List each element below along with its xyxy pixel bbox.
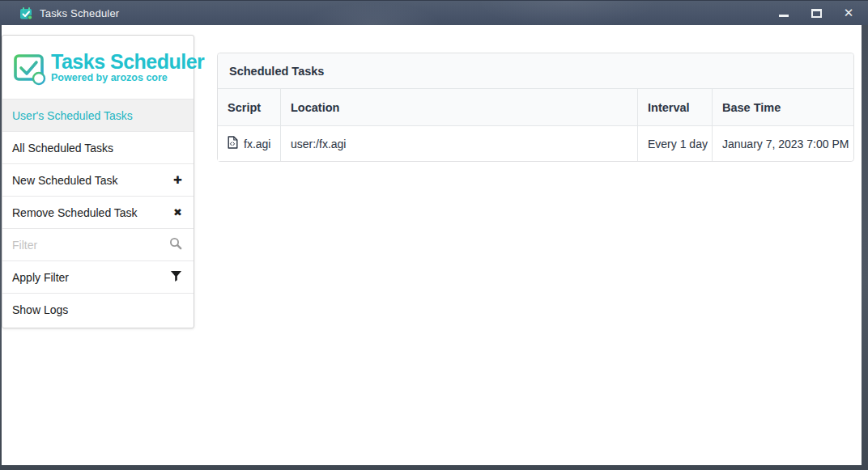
- sidebar-item-users-scheduled-tasks[interactable]: User's Scheduled Tasks: [2, 99, 194, 131]
- task-row-interval-cell[interactable]: Every 1 day: [637, 126, 712, 161]
- menu-item-label: Remove Scheduled Task: [12, 206, 138, 219]
- filter-icon: [170, 270, 182, 285]
- window-frame: Tasks Scheduler ✕: [0, 0, 868, 470]
- sidebar-menu: User's Scheduled Tasks All Scheduled Tas…: [2, 99, 194, 325]
- sidebar-item-show-logs[interactable]: Show Logs: [2, 293, 194, 325]
- sidebar-filter-item: [2, 228, 194, 260]
- titlebar: Tasks Scheduler ✕: [0, 0, 868, 25]
- app-calendar-icon: [19, 6, 33, 20]
- column-header-script: Script: [218, 89, 280, 126]
- column-header-location: Location: [280, 89, 637, 126]
- app-logo-icon: [11, 49, 49, 86]
- menu-item-label: Show Logs: [12, 303, 68, 316]
- sidebar-item-all-scheduled-tasks[interactable]: All Scheduled Tasks: [2, 131, 194, 163]
- task-row-base-time-cell[interactable]: January 7, 2023 7:00 PM: [712, 126, 853, 161]
- panel-title: Scheduled Tasks: [218, 53, 853, 89]
- app-logo: Tasks Scheduler Powered by arozos core: [2, 36, 194, 99]
- window-content: Tasks Scheduler Powered by arozos core U…: [2, 25, 862, 465]
- task-row-script-cell[interactable]: fx.agi: [218, 126, 280, 161]
- plus-icon: ✚: [173, 174, 182, 186]
- task-location: user:/fx.agi: [291, 138, 346, 150]
- maximize-button[interactable]: [800, 1, 832, 25]
- maximize-icon: [811, 9, 822, 18]
- task-row-location-cell[interactable]: user:/fx.agi: [280, 126, 637, 161]
- scheduled-tasks-table: Script Location Interval Base Time fx.ag…: [218, 89, 853, 161]
- minimize-button[interactable]: [768, 1, 800, 25]
- menu-item-label: New Scheduled Task: [12, 174, 117, 187]
- menu-item-label: All Scheduled Tasks: [12, 142, 113, 155]
- menu-item-label: Apply Filter: [12, 271, 69, 284]
- remove-icon: ✖: [173, 206, 182, 218]
- app-title: Tasks Scheduler: [51, 51, 204, 72]
- task-script-name: fx.agi: [244, 138, 270, 150]
- column-header-base-time: Base Time: [712, 89, 853, 126]
- column-header-interval: Interval: [637, 89, 712, 126]
- task-base-time: January 7, 2023 7:00 PM: [722, 138, 849, 150]
- scheduled-tasks-panel: Scheduled Tasks Script Location Interval…: [217, 53, 854, 162]
- window-title: Tasks Scheduler: [40, 7, 119, 19]
- task-interval: Every 1 day: [648, 138, 708, 150]
- sidebar-item-new-scheduled-task[interactable]: New Scheduled Task ✚: [2, 163, 194, 196]
- file-code-icon: [228, 136, 238, 151]
- window-controls: ✕: [768, 1, 868, 25]
- close-button[interactable]: ✕: [832, 1, 865, 25]
- minimize-icon: [779, 15, 789, 17]
- app-subtitle: Powered by arozos core: [51, 73, 204, 83]
- sidebar-item-apply-filter[interactable]: Apply Filter: [2, 260, 194, 293]
- sidebar: Tasks Scheduler Powered by arozos core U…: [2, 35, 194, 328]
- search-icon: [169, 237, 182, 252]
- sidebar-item-remove-scheduled-task[interactable]: Remove Scheduled Task ✖: [2, 196, 194, 228]
- menu-item-label: User's Scheduled Tasks: [12, 109, 133, 122]
- filter-input[interactable]: [12, 239, 169, 252]
